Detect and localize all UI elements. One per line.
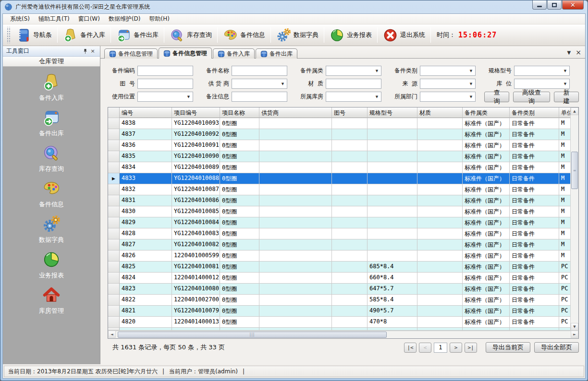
select-2-2[interactable]: ▼ — [326, 92, 381, 102]
toolbar-button-7[interactable]: 退出系统 — [379, 26, 429, 45]
table-cell — [259, 195, 332, 206]
toolbar-button-0[interactable]: 导航条 — [12, 26, 56, 45]
menu-item-2[interactable]: 窗口(W) — [74, 13, 104, 24]
dock-item-1[interactable]: 备件出库 — [3, 108, 100, 138]
last-page-button[interactable]: >| — [465, 343, 477, 353]
input-2-1[interactable] — [232, 92, 287, 102]
dock-item-4[interactable]: 数据字典 — [3, 215, 100, 244]
export-all-pages-button[interactable]: 导出全部页 — [534, 342, 579, 353]
toolbar-button-5[interactable]: 数据字典 — [272, 26, 323, 45]
tab-0[interactable]: 备件信息管理 — [104, 48, 158, 59]
export-current-page-button[interactable]: 导出当前页 — [486, 342, 530, 353]
dock-item-6[interactable]: 库房管理 — [3, 286, 100, 315]
column-header-7[interactable]: 备件属类 — [463, 107, 510, 118]
vertical-scroll-thumb[interactable]: ≡ — [571, 152, 578, 189]
pin-icon[interactable] — [81, 48, 89, 55]
table-row[interactable]: 4834YG122040100890型圈标准件（国产）日常备件M — [108, 162, 570, 173]
select-0-2[interactable]: ▼ — [326, 66, 381, 76]
menu-item-0[interactable]: 系统(S) — [6, 13, 34, 24]
minimize-button[interactable] — [532, 0, 547, 10]
input-1-0[interactable] — [137, 79, 193, 89]
scroll-right-icon[interactable]: ► — [571, 331, 578, 338]
table-row[interactable]: 4836YG122040100910型圈标准件（国产）日常备件M — [108, 140, 570, 151]
select-1-1[interactable]: ▼ — [232, 79, 287, 89]
table-cell: 470*8 — [368, 317, 417, 328]
column-header-4[interactable]: 图号 — [332, 107, 368, 118]
tab-2[interactable]: 备件入库 — [213, 48, 255, 59]
table-row[interactable]: 4823YG122040100800型圈647*5.7标准件（国产）日常备件PC — [108, 284, 570, 295]
tab-3[interactable]: 备件出库 — [256, 48, 297, 59]
toolbar-grip[interactable] — [6, 27, 10, 43]
column-header-9[interactable]: 单位 — [559, 107, 571, 118]
select-2-3[interactable]: ▼ — [420, 92, 476, 102]
column-header-8[interactable]: 备件类别 — [510, 107, 559, 118]
chevron-down-icon[interactable]: ▼ — [567, 49, 571, 56]
toolbar-button-6[interactable]: 业务报表 — [325, 26, 376, 45]
column-header-3[interactable]: 供货商 — [259, 107, 332, 118]
dock-item-0[interactable]: 备件入库 — [3, 73, 100, 102]
scroll-left-icon[interactable]: ◄ — [108, 331, 116, 338]
next-page-button[interactable]: > — [450, 343, 462, 353]
column-header-6[interactable]: 材质 — [417, 107, 463, 118]
horizontal-scrollbar[interactable]: ◄ ||| ► — [108, 331, 578, 338]
toolbar-button-4[interactable]: 备件信息 — [219, 26, 270, 45]
select-0-4[interactable]: ▼ — [514, 66, 570, 76]
column-header-2[interactable]: 项目名称 — [220, 107, 259, 118]
table-row[interactable]: 4830YG122040100850型圈标准件（国产）日常备件M — [108, 206, 570, 217]
new-button[interactable]: 新建 — [554, 92, 579, 102]
select-0-3[interactable]: ▼ — [420, 66, 476, 76]
table-row[interactable]: 4825YG122040100810型圈685*8.4标准件（国产）日常备件PC — [108, 262, 570, 273]
table-row[interactable]: 4827YG122040100820型圈标准件（国产）日常备件M — [108, 239, 570, 250]
dock-close-icon[interactable]: × — [89, 48, 97, 55]
table-cell — [332, 250, 368, 262]
table-row[interactable]: 4837YG122040100920型圈标准件（国产）日常备件M — [108, 129, 570, 140]
menu-item-4[interactable]: 帮助(H) — [145, 13, 174, 24]
toolbar-button-3[interactable]: 库存查询 — [165, 26, 216, 45]
table-row[interactable]: 482412204014000120型圈660*8.4标准件（国产）日常备件PC — [108, 273, 570, 284]
select-2-0[interactable]: ▼ — [137, 92, 193, 102]
query-button[interactable]: 查询 — [484, 92, 509, 102]
tab-1[interactable]: 备件信息管理 — [159, 48, 212, 59]
table-row[interactable]: ▶4833YG122040100880型圈标准件（国产）日常备件M — [108, 173, 570, 184]
toolbar-button-2[interactable]: 备件出库 — [112, 26, 163, 45]
dock-item-5[interactable]: 业务报表 — [3, 250, 100, 280]
select-1-3[interactable]: ▼ — [420, 79, 476, 89]
horizontal-scroll-thumb[interactable]: ||| — [118, 332, 387, 338]
table-row[interactable]: 4838YG122040100930型圈标准件（国产）日常备件M — [108, 118, 570, 129]
menu-item-1[interactable]: 辅助工具(T) — [34, 13, 74, 24]
table-row[interactable]: 4835YG122040100900型圈标准件（国产）日常备件M — [108, 151, 570, 162]
column-header-0[interactable]: 编号 — [120, 107, 172, 118]
input-1-2[interactable] — [326, 79, 381, 89]
table-row[interactable]: 4828YG122040100830型圈标准件（国产）日常备件M — [108, 228, 570, 239]
window-body: 系统(S)辅助工具(T)窗口(W)数据维护(D)帮助(H) 导航条备件入库备件出… — [2, 13, 586, 379]
advanced-query-button[interactable]: 高级查询 — [513, 92, 550, 102]
table-row[interactable]: 4832YG122040100870型圈标准件（国产）日常备件M — [108, 184, 570, 195]
column-header-5[interactable]: 规格型号 — [368, 107, 417, 118]
input-0-0[interactable] — [137, 66, 193, 76]
first-page-button[interactable]: |< — [404, 343, 416, 353]
table-row[interactable]: 4831YG122040100860型圈标准件（国产）日常备件M — [108, 195, 570, 206]
table-row[interactable]: 4829YG122040100840型圈标准件（国产）日常备件M — [108, 217, 570, 228]
toolbar-button-1[interactable]: 备件入库 — [59, 26, 110, 45]
dock-group-header[interactable]: 仓库管理 — [3, 57, 100, 67]
close-button[interactable]: ✕ — [562, 0, 584, 10]
scroll-down-icon[interactable]: ▼ — [571, 323, 578, 331]
select-1-4[interactable]: ▼ — [514, 79, 570, 89]
table-row[interactable]: 482612204010005990型圈标准件（国产）日常备件M — [108, 250, 570, 262]
dock-item-2[interactable]: 库存查询 — [3, 144, 100, 173]
input-0-1[interactable] — [232, 66, 287, 76]
table-cell: 标准件（国产） — [463, 284, 510, 295]
menu-item-3[interactable]: 数据维护(D) — [104, 13, 145, 24]
maximize-button[interactable] — [547, 0, 562, 10]
tab-close-icon[interactable]: × — [576, 49, 581, 56]
prev-page-button[interactable]: < — [419, 343, 431, 353]
table-row[interactable]: 482012204014000130型圈470*8标准件（国产）日常备件PC — [108, 317, 570, 328]
toolbar-button-label: 数据字典 — [294, 31, 318, 39]
table-row[interactable]: 4821YG122040100790型圈490*5.7标准件（国产）日常备件PC — [108, 306, 570, 317]
scroll-up-icon[interactable]: ▲ — [571, 107, 578, 115]
column-header-1[interactable]: 项目编号 — [172, 107, 220, 118]
vertical-scrollbar[interactable]: ▲ ≡ ▼ — [570, 107, 578, 331]
dock-item-3[interactable]: 备件信息 — [3, 179, 100, 209]
table-row[interactable]: 482212204010027000型圈585*8.4标准件（国产）日常备件PC — [108, 295, 570, 306]
page-number-input[interactable] — [434, 343, 447, 353]
